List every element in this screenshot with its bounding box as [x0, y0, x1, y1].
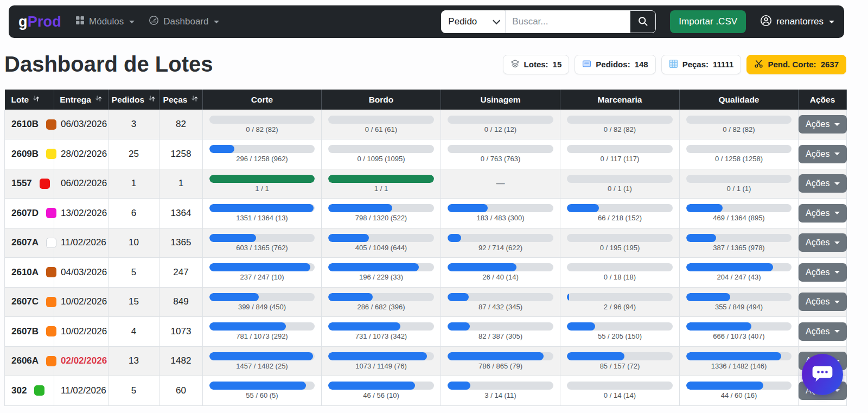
column-header-entrega[interactable]: Entrega: [54, 90, 108, 110]
stage-cell: 237 / 247 (10): [203, 258, 322, 288]
search-button[interactable]: [630, 10, 656, 33]
progress-bar: [328, 234, 434, 242]
acoes-button[interactable]: Ações: [799, 115, 847, 134]
acoes-label: Ações: [806, 297, 829, 307]
acoes-button[interactable]: Ações: [799, 293, 847, 311]
badge-label: Peças:: [682, 60, 709, 69]
acoes-label: Ações: [806, 268, 829, 277]
progress-bar: [567, 145, 673, 153]
sort-icon[interactable]: [148, 94, 156, 105]
menu-dashboard[interactable]: Dashboard: [149, 15, 219, 28]
column-header-usinagem: Usinagem: [441, 90, 560, 110]
actions-cell: Ações: [799, 258, 847, 288]
progress-bar: [328, 116, 434, 124]
sort-icon[interactable]: [190, 94, 199, 105]
pecas-count: 1482: [159, 346, 203, 376]
stage-cell: 1073 / 1149 (76): [322, 346, 441, 376]
brand-logo[interactable]: gProd: [18, 14, 61, 30]
lot-color-swatch: [46, 356, 56, 366]
search-entity-select[interactable]: Pedido: [441, 10, 505, 33]
stage-cell: 0 / 1095 (1095): [322, 139, 441, 169]
sort-icon[interactable]: [94, 94, 103, 105]
progress-bar: [686, 175, 792, 183]
progress-bar: [686, 234, 792, 242]
progress-label: 0 / 14 (14): [567, 391, 673, 399]
actions-cell: Ações: [799, 169, 847, 199]
stage-cell: 0 / 82 (82): [203, 110, 322, 139]
column-header-pedidos[interactable]: Pedidos: [108, 90, 159, 110]
user-menu[interactable]: renantorres: [760, 15, 834, 29]
progress-fill: [686, 352, 781, 360]
progress-bar: [328, 145, 434, 153]
progress-bar: [686, 322, 792, 331]
acoes-button[interactable]: Ações: [799, 145, 847, 163]
badge-pend-corte: Pend. Corte: 2637: [746, 55, 846, 74]
menu-modulos[interactable]: Módulos: [75, 16, 135, 28]
lote-cell: 2607C: [5, 287, 54, 317]
stage-cell: 0 / 82 (82): [560, 110, 680, 139]
progress-label: 2 / 96 (94): [567, 303, 673, 311]
column-header-pecas[interactable]: Peças: [159, 90, 203, 110]
progress-bar: [328, 263, 434, 271]
stage-cell: 92 / 714 (622): [441, 228, 560, 258]
pedidos-count: 5: [108, 376, 159, 406]
stage-cell: 0 / 82 (82): [680, 110, 799, 139]
table-row: 2607C10/02/202615849399 / 849 (450)286 /…: [5, 287, 847, 317]
search-input[interactable]: [505, 10, 630, 33]
progress-fill: [328, 293, 373, 301]
table-row: 2610B06/03/20263820 / 82 (82)0 / 61 (61)…: [5, 110, 847, 139]
stage-cell: 0 / 1258 (1258): [680, 139, 799, 169]
sort-icon[interactable]: [32, 94, 40, 105]
pedidos-count: 4: [108, 317, 159, 347]
progress-bar: [567, 175, 673, 183]
progress-fill: [686, 382, 763, 390]
chevron-down-icon: [493, 17, 500, 24]
progress-label: 0 / 763 (763): [448, 155, 553, 163]
lot-color-swatch: [46, 326, 56, 336]
column-label: Qualidade: [719, 95, 760, 105]
progress-bar: [448, 382, 553, 390]
entrega-date: 10/02/2026: [54, 317, 108, 347]
progress-fill: [209, 204, 314, 212]
brand-g: g: [18, 14, 28, 30]
column-label: Bordo: [369, 95, 394, 105]
column-label: Usinagem: [480, 95, 520, 105]
pecas-count: 1364: [159, 199, 203, 228]
progress-fill: [328, 234, 369, 242]
import-csv-button[interactable]: Importar .CSV: [670, 10, 746, 33]
actions-cell: Ações: [799, 317, 847, 347]
stage-cell: 2 / 96 (94): [560, 287, 680, 317]
stage-cell: 603 / 1365 (762): [203, 228, 322, 258]
search-entity-value: Pedido: [448, 16, 477, 27]
chevron-down-icon: [834, 330, 840, 333]
progress-label: 0 / 1 (1): [686, 185, 792, 193]
progress-label: 44 / 60 (16): [686, 391, 792, 399]
progress-bar: [686, 382, 792, 390]
stage-cell: 87 / 432 (345): [441, 287, 560, 317]
progress-fill: [209, 234, 256, 242]
progress-bar: [209, 263, 315, 271]
column-header-corte: Corte: [203, 90, 322, 110]
progress-fill: [686, 322, 751, 331]
column-label: Marcenaria: [598, 95, 642, 105]
stage-cell: 0 / 195 (195): [560, 228, 680, 258]
column-label: Entrega: [60, 95, 91, 105]
progress-fill: [209, 263, 310, 271]
chat-fab-button[interactable]: [802, 354, 843, 395]
acoes-button[interactable]: Ações: [799, 174, 847, 193]
stage-empty: —: [496, 179, 505, 188]
column-header-bordo: Bordo: [322, 90, 441, 110]
progress-label: 1 / 1: [209, 185, 315, 193]
acoes-label: Ações: [806, 238, 829, 247]
pedidos-count: 1: [108, 169, 159, 199]
table-row: 2607B10/02/202641073781 / 1073 (292)731 …: [5, 317, 847, 347]
acoes-button[interactable]: Ações: [799, 233, 847, 252]
progress-label: 0 / 12 (12): [448, 125, 553, 134]
table-row: 30211/02/202656055 / 60 (5)46 / 56 (10)3…: [5, 376, 847, 406]
column-header-lote[interactable]: Lote: [5, 90, 54, 110]
acoes-button[interactable]: Ações: [799, 263, 847, 282]
progress-fill: [209, 382, 306, 390]
acoes-label: Ações: [806, 119, 829, 129]
acoes-button[interactable]: Ações: [799, 322, 847, 341]
acoes-button[interactable]: Ações: [799, 204, 847, 223]
